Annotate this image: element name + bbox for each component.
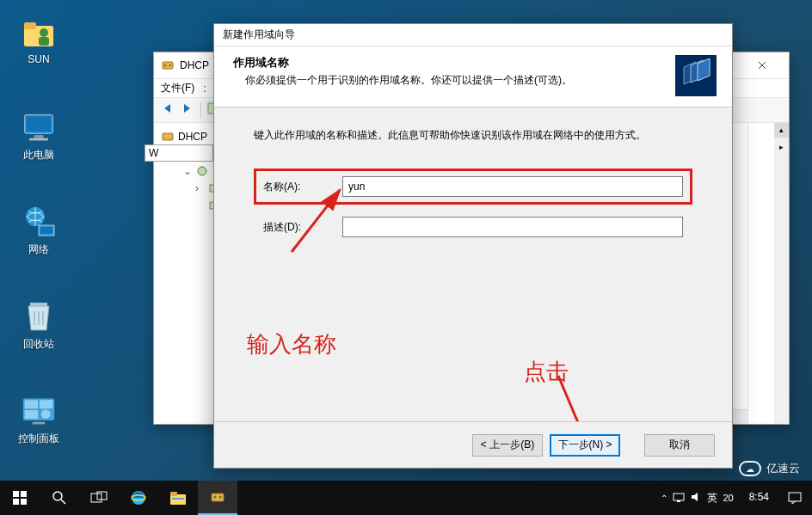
search-button[interactable] xyxy=(40,481,79,515)
scroll-right-button[interactable]: ▸ xyxy=(774,140,789,155)
action-center-button[interactable] xyxy=(778,481,812,515)
taskbar-dhcp[interactable] xyxy=(198,481,237,515)
nav-back-button[interactable] xyxy=(159,101,176,120)
wizard-body-hint: 键入此作用域的名称和描述。此信息可帮助你快速识别该作用域在网络中的使用方式。 xyxy=(254,128,692,143)
desktop-icon-label: 回收站 xyxy=(9,337,69,352)
annotation-text-click: 点击 xyxy=(524,357,569,387)
ime-num[interactable]: 20 xyxy=(723,493,733,503)
desktop-icon-label: 控制面板 xyxy=(9,432,69,446)
start-button[interactable] xyxy=(0,481,40,515)
svg-rect-14 xyxy=(40,400,52,408)
name-label: 名称(A): xyxy=(263,180,342,194)
svg-rect-5 xyxy=(26,116,51,132)
next-button[interactable]: 下一步(N) > xyxy=(550,434,620,457)
svg-rect-51 xyxy=(789,493,801,501)
svg-rect-33 xyxy=(13,491,19,497)
dhcp-root-icon xyxy=(161,130,175,144)
svg-point-2 xyxy=(40,28,48,37)
ipv4-icon xyxy=(195,164,209,178)
tray-overflow-icon[interactable]: ⌃ xyxy=(661,494,667,503)
svg-rect-10 xyxy=(40,227,52,234)
svg-point-28 xyxy=(198,167,206,175)
new-scope-wizard: 新建作用域向导 作用域名称 你必须提供一个用于识别的作用域名称。你还可以提供一个… xyxy=(213,23,733,469)
desktop-icon-user[interactable]: SUN xyxy=(9,15,69,65)
svg-rect-45 xyxy=(172,498,184,500)
svg-rect-17 xyxy=(33,422,46,425)
taskbar-explorer[interactable] xyxy=(158,481,198,515)
ime-indicator[interactable]: 英 xyxy=(707,491,717,506)
tree-collapse-icon[interactable]: ⌄ xyxy=(183,165,192,177)
svg-point-16 xyxy=(41,409,51,419)
vertical-scrollbar[interactable]: ▴ ▸ xyxy=(774,123,789,424)
nav-forward-button[interactable] xyxy=(178,101,195,120)
svg-rect-36 xyxy=(21,499,27,505)
scope-name-input[interactable] xyxy=(342,176,683,197)
svg-rect-1 xyxy=(24,22,36,29)
svg-rect-34 xyxy=(21,491,27,497)
partial-window: W xyxy=(145,144,213,162)
system-tray[interactable]: ⌃ 英 20 xyxy=(654,491,740,506)
svg-rect-15 xyxy=(25,410,38,419)
scroll-up-button[interactable]: ▴ xyxy=(774,123,789,138)
dhcp-app-icon xyxy=(161,58,175,72)
wizard-banner-icon xyxy=(675,55,717,96)
wizard-header: 作用域名称 你必须提供一个用于识别的作用域名称。你还可以提供一个描述(可选)。 xyxy=(214,46,732,107)
clock-time: 8:54 xyxy=(749,491,769,503)
taskbar-ie[interactable] xyxy=(119,481,158,515)
svg-rect-13 xyxy=(25,400,38,408)
svg-rect-46 xyxy=(212,494,224,501)
watermark-text: 亿速云 xyxy=(766,461,800,476)
tray-volume-icon[interactable] xyxy=(690,491,702,505)
svg-rect-11 xyxy=(30,303,47,307)
wizard-footer: < 上一步(B) 下一步(N) > 取消 xyxy=(214,421,732,468)
svg-rect-39 xyxy=(91,494,102,502)
description-label: 描述(D): xyxy=(263,220,342,235)
svg-rect-3 xyxy=(39,37,49,46)
svg-point-19 xyxy=(164,64,167,67)
svg-point-20 xyxy=(169,64,172,67)
user-folder-icon xyxy=(22,15,56,50)
wizard-header-sub: 你必须提供一个用于识别的作用域名称。你还可以提供一个描述(可选)。 xyxy=(233,73,572,88)
wizard-header-title: 作用域名称 xyxy=(233,56,289,69)
desktop-icon-this-pc[interactable]: 此电脑 xyxy=(9,110,69,162)
wizard-title-text: 新建作用域向导 xyxy=(223,28,295,42)
annotation-text-input: 输入名称 xyxy=(247,329,336,359)
this-pc-icon xyxy=(22,110,56,144)
taskbar[interactable]: ⌃ 英 20 8:54 xyxy=(0,481,812,515)
toolbar-sep xyxy=(200,102,201,118)
menu-file[interactable]: 文件(F) xyxy=(161,81,194,95)
wizard-titlebar[interactable]: 新建作用域向导 xyxy=(214,24,732,46)
desktop-icon-recycle-bin[interactable]: 回收站 xyxy=(9,299,69,352)
svg-rect-49 xyxy=(674,494,684,500)
svg-point-48 xyxy=(218,495,221,498)
task-view-button[interactable] xyxy=(79,481,119,515)
svg-rect-26 xyxy=(163,133,173,140)
wizard-body: 键入此作用域的名称和描述。此信息可帮助你快速识别该作用域在网络中的使用方式。 名… xyxy=(214,107,732,402)
desktop-icon-label: SUN xyxy=(9,53,69,65)
scope-description-input[interactable] xyxy=(342,217,683,237)
control-panel-icon xyxy=(22,394,56,428)
network-icon xyxy=(22,205,56,239)
partial-window-label: W xyxy=(149,147,158,159)
svg-rect-7 xyxy=(29,138,48,141)
desktop-icon-label: 网络 xyxy=(9,242,69,257)
desktop-icon-control-panel[interactable]: 控制面板 xyxy=(9,394,69,446)
mmc-title-text: DHCP xyxy=(180,59,209,71)
mmc-actions-pane: ▴ ▸ xyxy=(747,123,789,424)
cancel-button[interactable]: 取消 xyxy=(644,434,715,457)
svg-rect-35 xyxy=(13,499,19,505)
desktop-icon-network[interactable]: 网络 xyxy=(9,205,69,257)
desktop-icon-label: 此电脑 xyxy=(9,148,69,162)
tray-network-icon[interactable] xyxy=(673,491,685,505)
svg-line-38 xyxy=(61,500,65,504)
back-button[interactable]: < 上一步(B) xyxy=(472,434,543,457)
svg-rect-6 xyxy=(34,135,44,138)
svg-point-37 xyxy=(53,492,62,500)
svg-rect-50 xyxy=(677,500,680,502)
menu-more[interactable]: : xyxy=(203,83,206,95)
tree-expand-icon[interactable]: › xyxy=(195,182,204,194)
annotation-highlight: 名称(A): xyxy=(254,169,692,205)
recycle-bin-icon xyxy=(22,299,56,334)
close-button[interactable] xyxy=(742,52,782,78)
taskbar-clock[interactable]: 8:54 xyxy=(741,492,778,503)
